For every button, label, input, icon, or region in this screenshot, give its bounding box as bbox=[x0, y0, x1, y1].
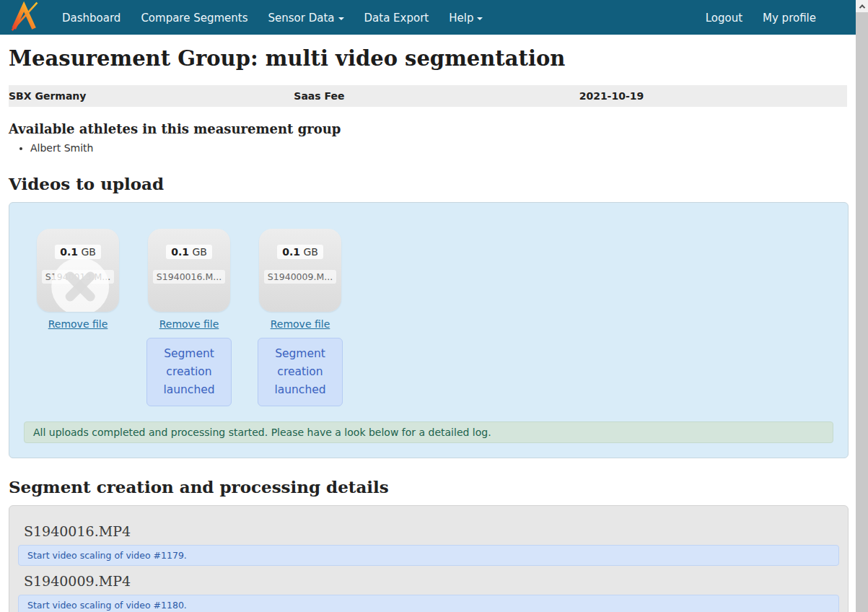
log-entry: S1940009.MP4 Start video scaling of vide… bbox=[18, 573, 839, 612]
upload-item: 0.1 GB S1940016.M... Remove file Segment… bbox=[146, 229, 232, 406]
nav-item-compare-segments[interactable]: Compare Segments bbox=[131, 12, 258, 25]
file-preview-card: 0.1 GB S1940016.M... bbox=[148, 229, 230, 312]
details-section-heading: Segment creation and processing details bbox=[9, 477, 847, 497]
nav-item-dashboard[interactable]: Dashboard bbox=[52, 12, 131, 25]
meta-location: Saas Fee bbox=[288, 90, 567, 102]
log-message-alert: Start video scaling of video #1179. bbox=[18, 545, 839, 566]
file-size: 0.1 GB bbox=[166, 245, 212, 259]
file-size: 0.1 GB bbox=[277, 245, 323, 259]
segment-status-badge: Segment creation launched bbox=[146, 338, 232, 406]
vertical-scrollbar[interactable] bbox=[856, 0, 868, 612]
file-preview-card: 0.1 GB S1940013.M... bbox=[37, 229, 119, 312]
upload-section-heading: Videos to upload bbox=[9, 174, 847, 193]
athlete-list-item: Albert Smith bbox=[30, 141, 847, 155]
mountain-logo-icon bbox=[10, 1, 39, 34]
upload-dropzone-panel[interactable]: 0.1 GB S1940013.M... Remove file 0.1 GB … bbox=[9, 202, 849, 458]
nav-item-help[interactable]: Help bbox=[439, 12, 493, 25]
upload-success-alert: All uploads completed and processing sta… bbox=[24, 421, 833, 443]
file-name: S1940016.M... bbox=[153, 270, 225, 284]
nav-links-right: Logout My profile bbox=[696, 11, 826, 25]
log-file-name: S1940016.MP4 bbox=[24, 523, 839, 539]
caret-down-icon bbox=[477, 17, 483, 20]
main-navbar: Dashboard Compare Segments Sensor Data D… bbox=[0, 0, 856, 35]
scroll-up-button[interactable] bbox=[856, 0, 868, 12]
upload-item: 0.1 GB S1940013.M... Remove file bbox=[35, 229, 120, 406]
log-message-alert: Start video scaling of video #1180. bbox=[18, 595, 839, 612]
nav-item-my-profile[interactable]: My profile bbox=[753, 12, 826, 25]
file-preview-card: 0.1 GB S1940009.M... bbox=[259, 229, 341, 312]
segment-status-badge: Segment creation launched bbox=[258, 338, 343, 406]
chevron-up-icon bbox=[859, 4, 864, 10]
cross-mark-icon bbox=[51, 258, 109, 312]
meta-team: SBX Germany bbox=[9, 90, 288, 102]
nav-item-data-export[interactable]: Data Export bbox=[354, 12, 439, 25]
file-size: 0.1 GB bbox=[55, 245, 101, 259]
processing-details-panel: S1940016.MP4 Start video scaling of vide… bbox=[9, 505, 849, 612]
upload-cards-row: 0.1 GB S1940013.M... Remove file 0.1 GB … bbox=[24, 229, 833, 406]
remove-file-link[interactable]: Remove file bbox=[271, 318, 330, 330]
log-entry: S1940016.MP4 Start video scaling of vide… bbox=[18, 523, 839, 566]
nav-item-logout[interactable]: Logout bbox=[696, 12, 753, 25]
page-content: Measurement Group: multi video segmentat… bbox=[0, 46, 856, 612]
file-name: S1940009.M... bbox=[264, 270, 336, 284]
brand-logo[interactable] bbox=[10, 1, 39, 34]
remove-file-link[interactable]: Remove file bbox=[159, 318, 219, 330]
nav-links-left: Dashboard Compare Segments Sensor Data D… bbox=[52, 11, 493, 25]
log-file-name: S1940009.MP4 bbox=[24, 573, 839, 589]
page-title: Measurement Group: multi video segmentat… bbox=[9, 46, 847, 71]
caret-down-icon bbox=[338, 17, 344, 20]
meta-date: 2021-10-19 bbox=[568, 90, 847, 102]
athletes-heading: Available athletes in this measurement g… bbox=[9, 121, 847, 136]
nav-item-sensor-data[interactable]: Sensor Data bbox=[258, 12, 354, 25]
athlete-list: Albert Smith bbox=[30, 141, 847, 155]
remove-file-link[interactable]: Remove file bbox=[48, 318, 108, 330]
upload-item: 0.1 GB S1940009.M... Remove file Segment… bbox=[258, 229, 343, 406]
measurement-meta-bar: SBX Germany Saas Fee 2021-10-19 bbox=[9, 85, 847, 107]
